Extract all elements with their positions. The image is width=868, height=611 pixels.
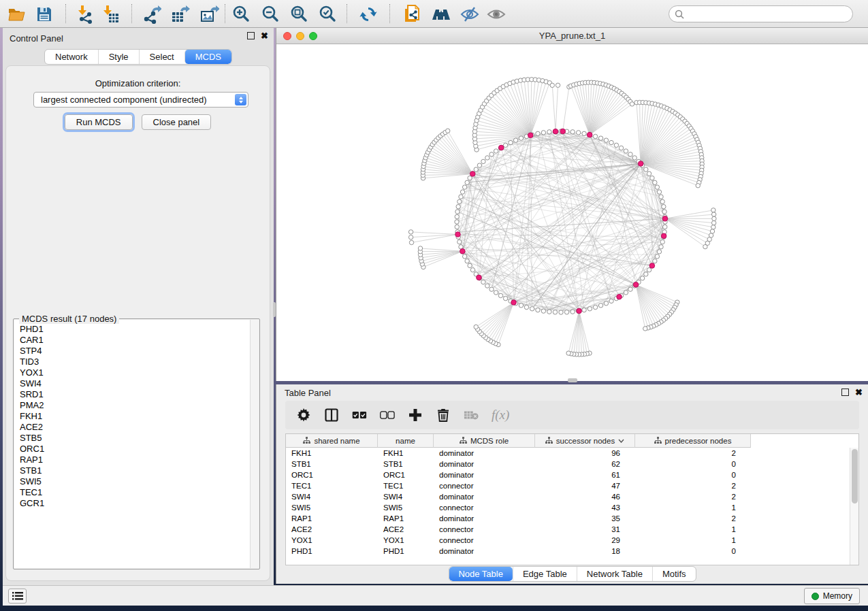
mcds-result-group: PHD1CAR1STP4TID3YOX1SWI4SRD1PMA2FKH1ACE2… bbox=[13, 318, 260, 569]
table-row[interactable]: ACE2ACE2connector311 bbox=[286, 524, 850, 535]
tab-motifs[interactable]: Motifs bbox=[652, 567, 696, 581]
list-icon bbox=[12, 592, 23, 600]
network-window-title: YPA_prune.txt_1 bbox=[276, 31, 868, 41]
toolbar-separator bbox=[389, 4, 390, 23]
toolbar-separator bbox=[65, 4, 66, 23]
mcds-result-item[interactable]: PHD1 bbox=[14, 324, 259, 335]
refresh-layout-icon[interactable] bbox=[358, 4, 379, 24]
table-row[interactable]: PHD1PHD1dominator180 bbox=[286, 546, 850, 557]
open-file-icon[interactable] bbox=[7, 4, 27, 24]
tab-mcds[interactable]: MCDS bbox=[184, 50, 231, 64]
optimization-criterion-select[interactable]: largest connected component (undirected) bbox=[33, 92, 248, 108]
mcds-result-item[interactable]: ACE2 bbox=[14, 422, 259, 433]
mcds-result-item[interactable]: GCR1 bbox=[14, 498, 259, 509]
search-network-binoculars-icon[interactable] bbox=[431, 4, 451, 24]
horizontal-splitter-grip[interactable] bbox=[568, 378, 577, 382]
export-network-icon[interactable] bbox=[142, 4, 162, 24]
save-session-icon[interactable] bbox=[34, 4, 54, 24]
select-all-icon[interactable] bbox=[352, 408, 367, 423]
toolbar-separator bbox=[225, 4, 225, 23]
mcds-result-group-title: MCDS result (17 nodes) bbox=[19, 314, 119, 324]
column-header-name[interactable]: name bbox=[378, 434, 434, 448]
network-canvas[interactable] bbox=[276, 44, 868, 381]
column-header-predecessor-nodes[interactable]: predecessor nodes bbox=[635, 434, 751, 448]
show-eye-icon[interactable] bbox=[486, 4, 507, 24]
table-row[interactable]: YOX1YOX1connector291 bbox=[286, 535, 850, 546]
control-panel-tabs: NetworkStyleSelectMCDS bbox=[44, 49, 232, 65]
table-row[interactable]: FKH1FKH1dominator962 bbox=[286, 448, 850, 459]
close-icon[interactable]: ✖ bbox=[261, 32, 268, 39]
table-scrollbar[interactable] bbox=[850, 448, 858, 565]
tab-node-table[interactable]: Node Table bbox=[449, 567, 513, 581]
import-table-icon[interactable] bbox=[101, 4, 121, 24]
tab-edge-table[interactable]: Edge Table bbox=[513, 567, 577, 581]
table-scrollbar-thumb[interactable] bbox=[852, 449, 858, 503]
mcds-result-list[interactable]: PHD1CAR1STP4TID3YOX1SWI4SRD1PMA2FKH1ACE2… bbox=[14, 320, 259, 568]
export-table-icon[interactable] bbox=[170, 4, 191, 24]
mcds-result-item[interactable]: CAR1 bbox=[14, 335, 259, 346]
column-header-MCDS-role[interactable]: MCDS role bbox=[434, 434, 535, 448]
mcds-result-item[interactable]: PMA2 bbox=[14, 400, 259, 411]
mcds-result-item[interactable]: YOX1 bbox=[14, 367, 259, 378]
table-row[interactable]: SWI4SWI4dominator462 bbox=[286, 491, 850, 502]
zoom-selected-icon[interactable] bbox=[317, 4, 338, 24]
mcds-result-item[interactable]: RAP1 bbox=[14, 455, 259, 465]
table-row[interactable]: SWI5SWI5connector431 bbox=[286, 502, 850, 513]
table-row[interactable]: ORC1ORC1dominator610 bbox=[286, 469, 850, 480]
mcds-result-item[interactable]: SWI5 bbox=[14, 476, 259, 487]
mcds-result-item[interactable]: SRD1 bbox=[14, 389, 259, 400]
tab-network[interactable]: Network bbox=[45, 50, 98, 64]
table-panel: Table Panel ✖ f(x) shared namenameMCDS r… bbox=[276, 384, 868, 584]
table-settings-gear-icon[interactable] bbox=[296, 408, 311, 423]
mcds-result-item[interactable]: TEC1 bbox=[14, 487, 259, 498]
float-window-icon[interactable] bbox=[247, 32, 255, 39]
delete-column-trash-icon[interactable] bbox=[436, 408, 451, 423]
network-graph[interactable] bbox=[276, 44, 868, 381]
search-input[interactable] bbox=[688, 9, 852, 20]
mcds-panel-body: Optimization criterion: largest connecte… bbox=[5, 65, 270, 581]
main-toolbar bbox=[0, 0, 868, 28]
column-view-icon[interactable] bbox=[324, 408, 339, 423]
mcds-result-item[interactable]: FKH1 bbox=[14, 411, 259, 422]
mcds-result-item[interactable]: STP4 bbox=[14, 346, 259, 357]
memory-button[interactable]: Memory bbox=[804, 588, 860, 604]
export-image-icon[interactable] bbox=[199, 4, 220, 24]
node-table-rows: FKH1FKH1dominator962STB1STB1dominator620… bbox=[286, 448, 850, 565]
mcds-result-item[interactable]: SWI4 bbox=[14, 378, 259, 389]
zoom-out-icon[interactable] bbox=[260, 4, 280, 24]
zoom-in-icon[interactable] bbox=[231, 4, 251, 24]
task-history-button[interactable] bbox=[8, 589, 27, 604]
run-mcds-button[interactable]: Run MCDS bbox=[65, 114, 133, 130]
table-row[interactable]: RAP1RAP1dominator352 bbox=[286, 513, 850, 524]
search-field[interactable] bbox=[669, 5, 853, 22]
close-icon[interactable]: ✖ bbox=[855, 389, 863, 396]
table-row[interactable]: TEC1TEC1connector472 bbox=[286, 480, 850, 491]
select-stepper-icon bbox=[235, 94, 246, 105]
add-column-icon[interactable] bbox=[408, 408, 423, 423]
mcds-list-scrollbar[interactable] bbox=[250, 320, 259, 568]
tab-network-table[interactable]: Network Table bbox=[577, 567, 652, 581]
hide-panels-eye-slash-icon[interactable] bbox=[460, 4, 480, 24]
table-row[interactable]: STB1STB1dominator620 bbox=[286, 459, 850, 469]
column-header-shared-name[interactable]: shared name bbox=[286, 434, 378, 448]
import-network-icon[interactable] bbox=[76, 4, 96, 24]
column-header-successor-nodes[interactable]: successor nodes bbox=[535, 434, 635, 448]
mcds-result-item[interactable]: ORC1 bbox=[14, 444, 259, 455]
function-builder-icon: f(x) bbox=[492, 408, 509, 423]
tab-style[interactable]: Style bbox=[98, 50, 139, 64]
memory-status-icon bbox=[811, 593, 819, 600]
vertical-splitter-grip[interactable] bbox=[273, 302, 276, 317]
close-panel-button[interactable]: Close panel bbox=[142, 114, 212, 130]
share-document-icon[interactable] bbox=[402, 4, 422, 24]
zoom-fit-icon[interactable] bbox=[289, 4, 309, 24]
mcds-result-item[interactable]: STB5 bbox=[14, 433, 259, 444]
mcds-result-item[interactable]: TID3 bbox=[14, 357, 259, 367]
deselect-all-icon[interactable] bbox=[380, 408, 395, 423]
mcds-result-item[interactable]: STB1 bbox=[14, 465, 259, 476]
network-view-window: YPA_prune.txt_1 bbox=[276, 28, 868, 381]
network-window-titlebar[interactable]: YPA_prune.txt_1 bbox=[276, 28, 868, 44]
optimization-criterion-value: largest connected component (undirected) bbox=[41, 95, 207, 105]
node-table[interactable]: shared namenameMCDS rolesuccessor nodesp… bbox=[285, 433, 859, 565]
float-window-icon[interactable] bbox=[841, 389, 849, 396]
tab-select[interactable]: Select bbox=[139, 50, 184, 64]
